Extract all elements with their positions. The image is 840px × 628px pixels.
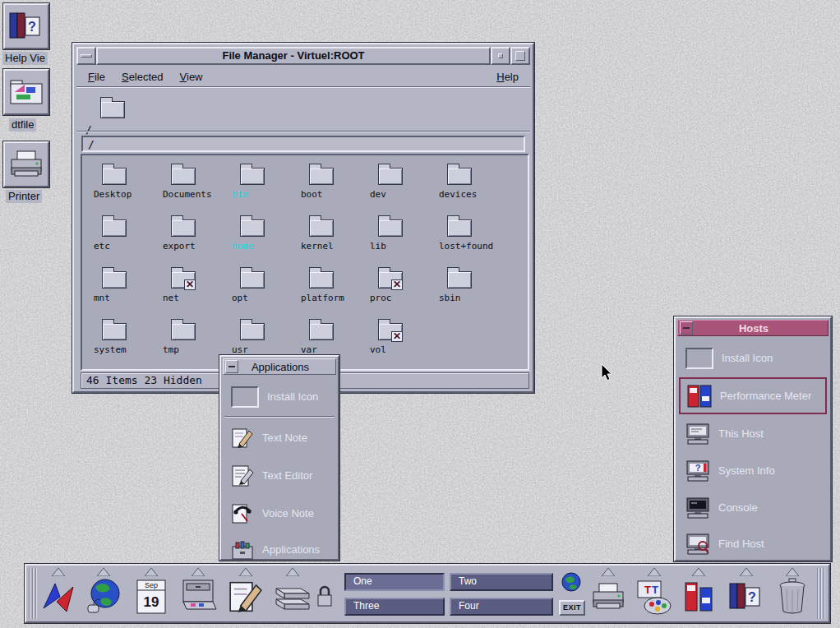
folder-system[interactable]: system bbox=[89, 317, 158, 369]
menu-file[interactable]: File bbox=[88, 71, 105, 83]
style-manager-control[interactable]: T T bbox=[635, 577, 674, 616]
file-manager-control[interactable] bbox=[178, 577, 218, 616]
subpanel-item-system-info[interactable]: ? System Info bbox=[679, 452, 827, 489]
subpanel-item-text-note[interactable]: Text Note bbox=[224, 419, 335, 456]
folder-platform[interactable]: platform bbox=[296, 266, 365, 317]
printer-desktop-icon[interactable] bbox=[3, 141, 49, 187]
panel-handle-right[interactable] bbox=[817, 568, 826, 619]
menu-help[interactable]: Help bbox=[496, 71, 519, 83]
lock-icon bbox=[316, 584, 334, 610]
subpanel-item-text-editor[interactable]: Text Editor bbox=[224, 457, 335, 494]
subpanel-close-button[interactable] bbox=[680, 321, 693, 335]
cde-desktop: ? Help Vie dtfile Printer File Manager -… bbox=[0, 0, 840, 628]
workspace-button-one[interactable]: One bbox=[344, 573, 445, 591]
trash-control[interactable] bbox=[773, 577, 812, 616]
subpanel-arrow[interactable] bbox=[602, 568, 615, 576]
folder-icon bbox=[309, 168, 334, 185]
current-folder-label: / bbox=[85, 123, 92, 136]
minimize-button[interactable] bbox=[491, 47, 510, 65]
hosts-subpanel: Hosts Install Icon Performance Meter bbox=[674, 316, 832, 561]
file-manager-window: File Manager - Virtuel:ROOT File Selecte… bbox=[72, 43, 534, 393]
dash-icon bbox=[683, 327, 690, 329]
applications-subpanel-titlebar[interactable]: Applications bbox=[223, 358, 336, 375]
workspace-button-four[interactable]: Four bbox=[450, 598, 553, 616]
workspace-button-two[interactable]: Two bbox=[450, 573, 553, 591]
install-drop-zone-icon bbox=[231, 386, 259, 408]
subpanel-item-applications[interactable]: Applications bbox=[224, 531, 335, 568]
folder-desktop[interactable]: Desktop bbox=[89, 162, 158, 214]
folder-x-icon bbox=[378, 271, 403, 289]
subpanel-arrow-hosts[interactable] bbox=[692, 568, 705, 576]
folder-sbin[interactable]: sbin bbox=[434, 266, 503, 317]
panel-handle-left[interactable] bbox=[29, 568, 38, 619]
subpanel-arrow[interactable] bbox=[286, 568, 299, 576]
mail-control[interactable] bbox=[273, 577, 312, 616]
text-note-icon bbox=[228, 579, 264, 615]
folder-tmp[interactable]: tmp bbox=[158, 317, 227, 369]
subpanel-item-console[interactable]: Console bbox=[679, 489, 827, 526]
web-browser-control[interactable] bbox=[84, 577, 123, 616]
folder-etc[interactable]: etc bbox=[89, 214, 158, 266]
subpanel-arrow[interactable] bbox=[145, 568, 158, 576]
text-editor-icon bbox=[231, 464, 254, 487]
exit-button[interactable]: EXIT bbox=[559, 600, 585, 616]
menu-view[interactable]: View bbox=[180, 71, 203, 83]
folder-bin[interactable]: bin bbox=[227, 162, 296, 214]
clock-control[interactable] bbox=[39, 577, 78, 616]
subpanel-arrow[interactable] bbox=[97, 568, 110, 576]
current-folder-icon[interactable] bbox=[100, 101, 125, 118]
path-input[interactable] bbox=[81, 136, 525, 152]
dtfile-desktop-icon[interactable] bbox=[3, 69, 49, 115]
title-bar[interactable]: File Manager - Virtuel:ROOT bbox=[76, 47, 530, 65]
subpanel-arrow[interactable] bbox=[786, 568, 799, 576]
folder-lib[interactable]: lib bbox=[365, 214, 434, 266]
subpanel-close-button[interactable] bbox=[225, 360, 238, 373]
folder-dev[interactable]: dev bbox=[365, 162, 434, 214]
subpanel-item-find-host[interactable]: Find Host bbox=[679, 525, 827, 562]
performance-meter-control[interactable] bbox=[679, 577, 718, 616]
folder-net[interactable]: net bbox=[158, 266, 227, 317]
folder-icon bbox=[309, 271, 334, 289]
folder-export[interactable]: export bbox=[158, 214, 227, 266]
help-manager-control[interactable]: ? bbox=[727, 577, 766, 616]
busy-light-globe-icon bbox=[561, 571, 582, 593]
folder-vol[interactable]: vol bbox=[365, 317, 434, 369]
folder-home[interactable]: home bbox=[227, 214, 296, 266]
folder-opt[interactable]: opt bbox=[227, 266, 296, 317]
help-viewer-label: Help Vie bbox=[2, 52, 48, 65]
menu-selected[interactable]: Selected bbox=[122, 71, 164, 83]
subpanel-item-performance-meter[interactable]: Performance Meter bbox=[679, 377, 827, 414]
window-menu-button[interactable] bbox=[76, 47, 96, 65]
subpanel-item-voice-note[interactable]: Voice Note bbox=[224, 495, 335, 532]
folder-mnt[interactable]: mnt bbox=[89, 266, 158, 317]
printer-control[interactable] bbox=[588, 577, 628, 616]
subpanel-arrow[interactable] bbox=[648, 568, 661, 576]
lock-control[interactable] bbox=[314, 577, 335, 616]
folder-devices[interactable]: devices bbox=[434, 162, 503, 214]
subpanel-item-install-icon[interactable]: Install Icon bbox=[224, 378, 335, 415]
folder-proc[interactable]: proc bbox=[365, 266, 434, 317]
subpanel-item-this-host[interactable]: This Host bbox=[679, 415, 827, 452]
front-panel: Sep 19 bbox=[25, 564, 830, 623]
maximize-button[interactable] bbox=[510, 47, 530, 65]
text-editor-control[interactable] bbox=[226, 577, 265, 616]
style-manager-palette-icon: T T bbox=[635, 577, 674, 616]
workspace-button-three[interactable]: Three bbox=[344, 598, 445, 616]
maximize-icon bbox=[515, 51, 525, 61]
calendar-icon: Sep 19 bbox=[136, 579, 166, 615]
folder-lost-found[interactable]: lost+found bbox=[434, 214, 503, 266]
subpanel-arrow[interactable] bbox=[192, 568, 205, 576]
folder-x-icon bbox=[378, 323, 403, 340]
printer-icon bbox=[589, 580, 627, 613]
subpanel-arrow[interactable] bbox=[52, 568, 65, 576]
folder-boot[interactable]: boot bbox=[296, 162, 365, 214]
subpanel-item-install-icon[interactable]: Install Icon bbox=[679, 339, 827, 376]
subpanel-arrow-applications[interactable] bbox=[239, 568, 252, 576]
subpanel-arrow[interactable] bbox=[740, 568, 753, 576]
folder-documents[interactable]: Documents bbox=[158, 162, 227, 214]
calendar-control[interactable]: Sep 19 bbox=[132, 577, 171, 616]
folder-kernel[interactable]: kernel bbox=[296, 214, 365, 266]
file-icon-area[interactable]: Desktop Documents bin boot dev devices e… bbox=[81, 154, 529, 371]
help-viewer-desktop-icon[interactable]: ? bbox=[3, 3, 49, 49]
hosts-subpanel-titlebar[interactable]: Hosts bbox=[677, 320, 828, 336]
